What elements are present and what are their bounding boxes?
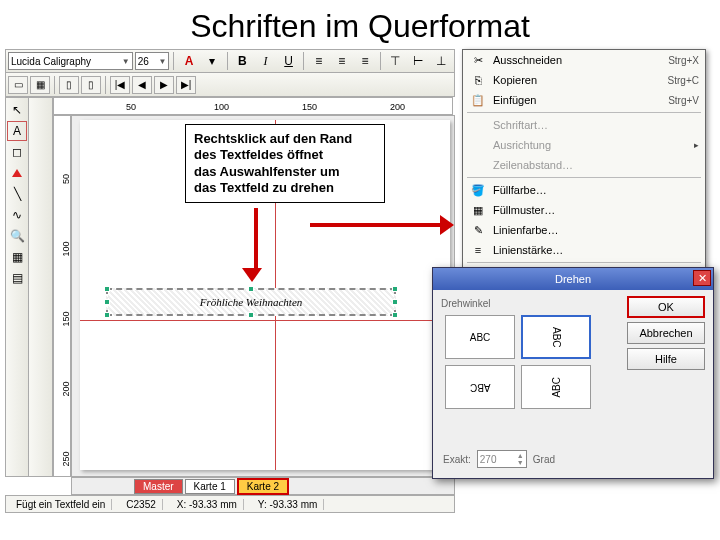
font-select[interactable]: Lucida Caligraphy▼ bbox=[8, 52, 133, 70]
tool-triangle-icon[interactable] bbox=[7, 163, 27, 183]
dialog-title: Drehen ✕ bbox=[433, 268, 713, 290]
red-arrow-down-icon bbox=[250, 208, 262, 282]
tooltip-box: Rechtsklick auf den Rand des Textfeldes … bbox=[185, 124, 385, 203]
font-color-button[interactable]: A bbox=[178, 51, 199, 71]
btn-4[interactable]: ▯ bbox=[81, 76, 101, 94]
guide-horizontal bbox=[80, 320, 450, 321]
ctx-fillcolor[interactable]: 🪣Füllfarbe… bbox=[463, 180, 705, 200]
bold-button[interactable]: B bbox=[232, 51, 253, 71]
orient-270[interactable]: ABC bbox=[521, 315, 591, 359]
align-right-button[interactable]: ≡ bbox=[354, 51, 375, 71]
valign-top-button[interactable]: ⊤ bbox=[385, 51, 406, 71]
bucket-icon: 🪣 bbox=[469, 182, 487, 198]
ctx-copy[interactable]: ⎘KopierenStrg+C bbox=[463, 70, 705, 90]
tool-line-icon[interactable]: ╲ bbox=[7, 184, 27, 204]
ruler-vertical: 50 100 150 200 250 bbox=[53, 115, 71, 477]
btn-3[interactable]: ▯ bbox=[59, 76, 79, 94]
btn-2[interactable]: ▦ bbox=[30, 76, 50, 94]
lines-icon: ≡ bbox=[469, 242, 487, 258]
paste-icon: 📋 bbox=[469, 92, 487, 108]
italic-button[interactable]: I bbox=[255, 51, 276, 71]
ctx-font[interactable]: Schriftart… bbox=[463, 115, 705, 135]
orient-0[interactable]: ABC bbox=[445, 315, 515, 359]
ctx-linewidth[interactable]: ≡Linienstärke… bbox=[463, 240, 705, 260]
ctx-linespace[interactable]: Zeilenabstand… bbox=[463, 155, 705, 175]
nav-last-button[interactable]: ▶| bbox=[176, 76, 196, 94]
nav-prev-button[interactable]: ◀ bbox=[132, 76, 152, 94]
align-left-button[interactable]: ≡ bbox=[308, 51, 329, 71]
left-toolbar-2 bbox=[29, 97, 53, 477]
close-button[interactable]: ✕ bbox=[693, 270, 711, 286]
font-dropdown-icon[interactable]: ▾ bbox=[202, 51, 223, 71]
scissors-icon: ✂ bbox=[469, 52, 487, 68]
pattern-icon: ▦ bbox=[469, 202, 487, 218]
valign-bottom-button[interactable]: ⊥ bbox=[431, 51, 452, 71]
sheet-tabs: Master Karte 1 Karte 2 bbox=[71, 477, 455, 495]
ctx-fillpattern[interactable]: ▦Füllmuster… bbox=[463, 200, 705, 220]
selected-textbox[interactable]: Fröhliche Weihnachten bbox=[106, 288, 396, 316]
ruler-horizontal: 50 100 150 200 bbox=[53, 97, 453, 115]
tab-karte-1[interactable]: Karte 1 bbox=[185, 479, 235, 494]
left-toolbar: ↖ A ◻ ╲ ∿ 🔍 ▦ ▤ bbox=[5, 97, 29, 477]
ctx-align[interactable]: Ausrichtung▸ bbox=[463, 135, 705, 155]
orient-180[interactable]: ABC bbox=[445, 365, 515, 409]
cancel-button[interactable]: Abbrechen bbox=[627, 322, 705, 344]
nav-toolbar: ▭ ▦ ▯ ▯ |◀ ◀ ▶ ▶| bbox=[5, 73, 455, 97]
status-hint: Fügt ein Textfeld ein bbox=[10, 499, 112, 510]
btn-1[interactable]: ▭ bbox=[8, 76, 28, 94]
status-bar: Fügt ein Textfeld ein C2352 X: -93.33 mm… bbox=[5, 495, 455, 513]
underline-button[interactable]: U bbox=[278, 51, 299, 71]
status-y: Y: -93.33 mm bbox=[252, 499, 324, 510]
font-size-select[interactable]: 26▼ bbox=[135, 52, 170, 70]
tab-master[interactable]: Master bbox=[134, 479, 183, 494]
format-toolbar: Lucida Caligraphy▼ 26▼ A ▾ B I U ≡ ≡ ≡ ⊤… bbox=[5, 49, 455, 73]
pen-icon: ✎ bbox=[469, 222, 487, 238]
canvas[interactable]: Rechtsklick auf den Rand des Textfeldes … bbox=[71, 115, 455, 477]
valign-mid-button[interactable]: ⊢ bbox=[408, 51, 429, 71]
status-x: X: -93.33 mm bbox=[171, 499, 244, 510]
tool-text-icon[interactable]: A bbox=[7, 121, 27, 141]
orient-90[interactable]: ABC bbox=[521, 365, 591, 409]
align-center-button[interactable]: ≡ bbox=[331, 51, 352, 71]
help-button[interactable]: Hilfe bbox=[627, 348, 705, 370]
ok-button[interactable]: OK bbox=[627, 296, 705, 318]
tool-table-icon[interactable]: ▤ bbox=[7, 268, 27, 288]
textbox-text: Fröhliche Weihnachten bbox=[200, 296, 303, 308]
ctx-cut[interactable]: ✂AusschneidenStrg+X bbox=[463, 50, 705, 70]
angle-input[interactable]: 270▲▼ bbox=[477, 450, 527, 468]
copy-icon: ⎘ bbox=[469, 72, 487, 88]
tool-curve-icon[interactable]: ∿ bbox=[7, 205, 27, 225]
tool-arrow-icon[interactable]: ↖ bbox=[7, 100, 27, 120]
tab-karte-2[interactable]: Karte 2 bbox=[237, 478, 289, 495]
page: Rechtsklick auf den Rand des Textfeldes … bbox=[80, 120, 450, 470]
exact-label: Exakt: bbox=[443, 454, 471, 465]
ctx-paste[interactable]: 📋EinfügenStrg+V bbox=[463, 90, 705, 110]
ctx-linecolor[interactable]: ✎Linienfarbe… bbox=[463, 220, 705, 240]
red-arrow-right-icon bbox=[310, 215, 454, 235]
status-cell-ref: C2352 bbox=[120, 499, 162, 510]
nav-first-button[interactable]: |◀ bbox=[110, 76, 130, 94]
rotate-dialog: Drehen ✕ Drehwinkel ABC ABC ABC ABC OK A… bbox=[432, 267, 714, 479]
nav-next-button[interactable]: ▶ bbox=[154, 76, 174, 94]
tool-image-icon[interactable]: ▦ bbox=[7, 247, 27, 267]
page-title: Schriften im Querformat bbox=[0, 0, 720, 49]
tool-zoom-icon[interactable]: 🔍 bbox=[7, 226, 27, 246]
tool-shape-icon[interactable]: ◻ bbox=[7, 142, 27, 162]
unit-label: Grad bbox=[533, 454, 555, 465]
